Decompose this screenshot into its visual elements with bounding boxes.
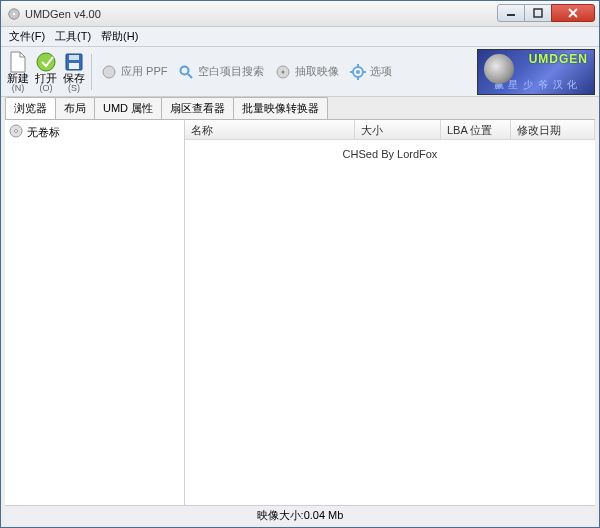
new-file-icon	[7, 51, 29, 73]
extract-image-label: 抽取映像	[295, 64, 339, 79]
svg-point-16	[356, 70, 360, 74]
brand-title: UMDGEN	[529, 52, 588, 66]
column-lba[interactable]: LBA 位置	[441, 120, 511, 139]
tab-strip: 浏览器 布局 UMD 属性 扇区查看器 批量映像转换器	[1, 97, 599, 119]
window-title: UMDGen v4.00	[25, 8, 101, 20]
tree-pane[interactable]: 无卷标	[5, 120, 185, 505]
app-window: UMDGen v4.00 文件(F) 工具(T) 帮助(H) 新建(N)	[0, 0, 600, 528]
image-size-label: 映像大小:0.04 Mb	[257, 508, 344, 523]
list-placeholder: CHSed By LordFox	[185, 148, 595, 160]
svg-point-10	[103, 66, 115, 78]
titlebar: UMDGen v4.00	[1, 1, 599, 27]
app-icon	[7, 7, 21, 21]
tab-batch-converter[interactable]: 批量映像转换器	[233, 97, 328, 119]
new-button[interactable]: 新建(N)	[5, 49, 31, 95]
svg-point-14	[282, 70, 285, 73]
titlebar-left: UMDGen v4.00	[1, 7, 101, 21]
column-size[interactable]: 大小	[355, 120, 441, 139]
menu-file[interactable]: 文件(F)	[5, 27, 49, 46]
new-label: 新建	[7, 73, 29, 84]
tab-sector-viewer[interactable]: 扇区查看器	[161, 97, 234, 119]
extract-image-button[interactable]: 抽取映像	[270, 63, 343, 81]
save-label: 保存	[63, 73, 85, 84]
search-icon	[177, 63, 195, 81]
new-shortcut: (N)	[12, 84, 25, 93]
tab-browser[interactable]: 浏览器	[5, 97, 56, 119]
open-label: 打开	[35, 73, 57, 84]
toolbar-separator	[91, 54, 92, 90]
tab-umd-props[interactable]: UMD 属性	[94, 97, 162, 119]
content-area: 无卷标 名称 大小 LBA 位置 修改日期 CHSed By LordFox	[5, 119, 595, 505]
save-icon	[63, 51, 85, 73]
close-button[interactable]	[551, 4, 595, 22]
window-controls	[498, 4, 595, 24]
options-button[interactable]: 选项	[345, 63, 396, 81]
brand-banner: UMDGEN 赢 星 少 爷 汉 化	[477, 49, 595, 95]
apply-ppf-label: 应用 PPF	[121, 64, 167, 79]
blank-search-label: 空白项目搜索	[198, 64, 264, 79]
menu-tools[interactable]: 工具(T)	[51, 27, 95, 46]
svg-rect-3	[534, 9, 542, 17]
toolbar: 新建(N) 打开(O) 保存(S) 应用 PPF 空白项目搜索	[1, 47, 599, 97]
list-body[interactable]: CHSed By LordFox	[185, 140, 595, 505]
column-mdate[interactable]: 修改日期	[511, 120, 595, 139]
patch-icon	[100, 63, 118, 81]
column-name[interactable]: 名称	[185, 120, 355, 139]
menubar: 文件(F) 工具(T) 帮助(H)	[1, 27, 599, 47]
svg-point-6	[37, 53, 55, 71]
svg-rect-9	[69, 63, 79, 69]
open-shortcut: (O)	[40, 84, 53, 93]
tree-root-label: 无卷标	[27, 125, 60, 140]
svg-point-1	[13, 12, 16, 15]
blank-search-button[interactable]: 空白项目搜索	[173, 63, 268, 81]
list-pane: 名称 大小 LBA 位置 修改日期 CHSed By LordFox	[185, 120, 595, 505]
options-label: 选项	[370, 64, 392, 79]
save-button[interactable]: 保存(S)	[61, 49, 87, 95]
menu-help[interactable]: 帮助(H)	[97, 27, 142, 46]
save-shortcut: (S)	[68, 84, 80, 93]
svg-point-22	[15, 130, 18, 133]
svg-line-12	[188, 74, 192, 78]
tree-root[interactable]: 无卷标	[9, 124, 180, 140]
gear-icon	[349, 63, 367, 81]
open-icon	[35, 51, 57, 73]
maximize-button[interactable]	[524, 4, 552, 22]
svg-point-11	[181, 66, 189, 74]
svg-rect-8	[69, 55, 79, 60]
list-header: 名称 大小 LBA 位置 修改日期	[185, 120, 595, 140]
open-button[interactable]: 打开(O)	[33, 49, 59, 95]
statusbar: 映像大小:0.04 Mb	[5, 505, 595, 525]
minimize-button[interactable]	[497, 4, 525, 22]
volume-icon	[9, 124, 23, 140]
tab-layout[interactable]: 布局	[55, 97, 95, 119]
disc-icon	[484, 54, 514, 84]
extract-icon	[274, 63, 292, 81]
apply-ppf-button[interactable]: 应用 PPF	[96, 63, 171, 81]
